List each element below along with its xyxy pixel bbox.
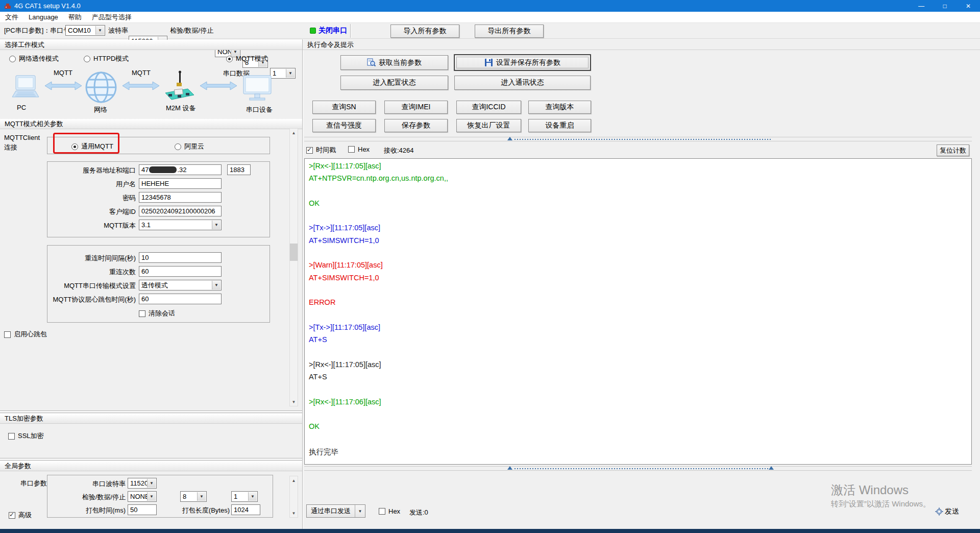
arrow-icon	[45, 81, 82, 93]
activate-windows-watermark: 激活 Windows	[831, 482, 909, 498]
scrollbar-track	[514, 139, 772, 140]
menu-language[interactable]: Language	[23, 12, 63, 22]
menu-file[interactable]: 文件	[0, 12, 23, 22]
username-input[interactable]: HEHEHE	[139, 178, 222, 189]
reboot-button[interactable]: 设备重启	[528, 119, 591, 132]
mqtt-version-select[interactable]: 3.1▼	[139, 220, 222, 230]
close-button[interactable]: ✕	[957, 0, 980, 12]
masked-text	[149, 166, 177, 173]
radio-mqtt-mode[interactable]: MQTT模式	[226, 54, 268, 63]
left-bottom-scrollbar[interactable]: ▲ ▼	[289, 476, 298, 518]
chevron-down-icon: ▼	[95, 26, 104, 35]
command-panel-header: 执行命令及提示	[303, 40, 980, 50]
query-sn-button[interactable]: 查询SN	[312, 101, 376, 114]
enter-comm-button[interactable]: 进入通讯状态	[454, 76, 591, 90]
rx-hex-checkbox[interactable]: Hex	[348, 146, 370, 153]
global-parity-select[interactable]: NONE▼	[128, 491, 157, 502]
chevron-down-icon: ▼	[248, 492, 257, 501]
global-baud-select[interactable]: 115200▼	[128, 478, 157, 489]
import-params-button[interactable]: 导入所有参数	[390, 25, 459, 38]
checkbox-icon	[379, 508, 385, 515]
password-input[interactable]: 12345678	[139, 192, 222, 203]
log-line: OK	[309, 199, 967, 211]
log-line: >[Rx<-][11:17:05][asc]	[309, 162, 967, 174]
send-mode-dropdown-button[interactable]: 通过串口发送 ▼	[306, 504, 365, 518]
query-imei-button[interactable]: 查询IMEI	[384, 101, 448, 114]
radio-icon	[84, 56, 90, 62]
enter-config-button[interactable]: 进入配置状态	[340, 76, 448, 90]
query-version-button[interactable]: 查询版本	[528, 101, 591, 114]
query-signal-button[interactable]: 查信号强度	[312, 119, 376, 132]
close-serial-button[interactable]: 关闭串口	[318, 25, 347, 36]
menu-help[interactable]: 帮助	[63, 12, 87, 22]
serial-device-icon	[241, 75, 274, 104]
menu-product-model[interactable]: 产品型号选择	[87, 12, 137, 22]
scroll-down-icon[interactable]: ▼	[290, 398, 298, 406]
scroll-up-icon[interactable]: ▲	[290, 129, 298, 137]
timestamp-checkbox[interactable]: 时间戳	[306, 146, 336, 155]
search-doc-icon	[367, 58, 376, 67]
keepalive-input[interactable]: 60	[139, 294, 222, 304]
set-save-params-button[interactable]: 设置并保存所有参数	[454, 55, 591, 70]
reconnect-interval-label: 重连时间间隔(秒)	[49, 254, 136, 263]
reconnect-interval-input[interactable]: 10	[139, 252, 222, 263]
global-stopbits-select[interactable]: 1▼	[231, 491, 258, 502]
log-bottom-scrollbar[interactable]	[304, 466, 972, 471]
password-label: 密码	[49, 193, 136, 203]
checkbox-icon	[9, 512, 15, 519]
link1-label: MQTT	[54, 69, 72, 77]
panel-splitter[interactable]	[302, 39, 303, 529]
client-id-input[interactable]: 02502024092100000206	[139, 206, 222, 216]
left-panel-scrollbar[interactable]: ▲ ▼	[289, 128, 298, 406]
global-databits-select[interactable]: 8▼	[180, 491, 207, 502]
save-params-button[interactable]: 保存参数	[384, 119, 448, 132]
mqtt-section-header: MQTT模式相关参数	[0, 119, 302, 129]
com-port-select[interactable]: COM10▼	[65, 25, 105, 36]
node1-label: PC	[17, 104, 26, 111]
minimize-button[interactable]: —	[910, 0, 933, 12]
chevron-down-icon: ▼	[147, 492, 156, 501]
scrollbar-marker[interactable]	[507, 466, 512, 470]
m2m-device-icon	[162, 70, 196, 106]
get-params-button[interactable]: 获取当前参数	[340, 55, 448, 70]
stopbits-select[interactable]: 1▼	[270, 68, 296, 79]
radio-icon	[226, 56, 233, 62]
heartbeat-checkbox[interactable]: 启用心跳包	[4, 330, 47, 339]
server-address-input[interactable]: 47.32	[139, 164, 222, 175]
ssl-checkbox[interactable]: SSL加密	[8, 431, 44, 441]
log-line	[309, 311, 967, 323]
radio-aliyun[interactable]: 阿里云	[175, 142, 204, 151]
radio-httpd-mode[interactable]: HTTPD模式	[84, 54, 129, 63]
reset-count-button[interactable]: 复位计数	[937, 144, 969, 156]
factory-reset-button[interactable]: 恢复出厂设置	[456, 119, 521, 132]
send-button[interactable]: 发送	[935, 507, 959, 516]
window-title: 4G CAT1 setup V1.4.0	[14, 2, 81, 10]
query-iccid-button[interactable]: 查询ICCID	[456, 101, 521, 114]
tx-hex-checkbox[interactable]: Hex	[379, 507, 400, 515]
log-line	[309, 435, 967, 447]
server-port-input[interactable]: 1883	[227, 164, 251, 175]
pack-len-input[interactable]: 1024	[231, 504, 260, 515]
advanced-checkbox[interactable]: 高级	[9, 511, 32, 520]
checkbox-icon	[348, 146, 355, 153]
scrollbar-marker[interactable]	[769, 466, 774, 470]
work-mode-header: 选择工作模式	[0, 40, 302, 50]
log-top-scrollbar[interactable]	[304, 137, 972, 141]
scroll-down-icon[interactable]: ▼	[290, 509, 298, 517]
clean-session-checkbox[interactable]: 清除会话	[139, 309, 175, 318]
save-icon	[484, 58, 493, 67]
maximize-button[interactable]: □	[933, 0, 957, 12]
pack-time-input[interactable]: 50	[128, 504, 157, 515]
baud-label: 波特率	[108, 25, 128, 36]
scroll-up-icon[interactable]: ▲	[290, 476, 298, 484]
pc-icon	[9, 75, 42, 104]
reconnect-count-input[interactable]: 60	[139, 266, 222, 277]
log-output[interactable]: >[Rx<-][11:17:05][asc]AT+NTPSVR=cn.ntp.o…	[304, 158, 972, 465]
scrollbar-marker[interactable]	[507, 137, 512, 140]
radio-transparent-mode[interactable]: 网络透传模式	[9, 54, 59, 63]
transfer-mode-select[interactable]: 透传模式▼	[139, 280, 222, 290]
chevron-down-icon[interactable]: ▼	[355, 505, 365, 517]
serial-open-indicator	[310, 28, 316, 34]
scrollbar-thumb[interactable]	[290, 244, 298, 261]
export-params-button[interactable]: 导出所有参数	[475, 25, 544, 38]
